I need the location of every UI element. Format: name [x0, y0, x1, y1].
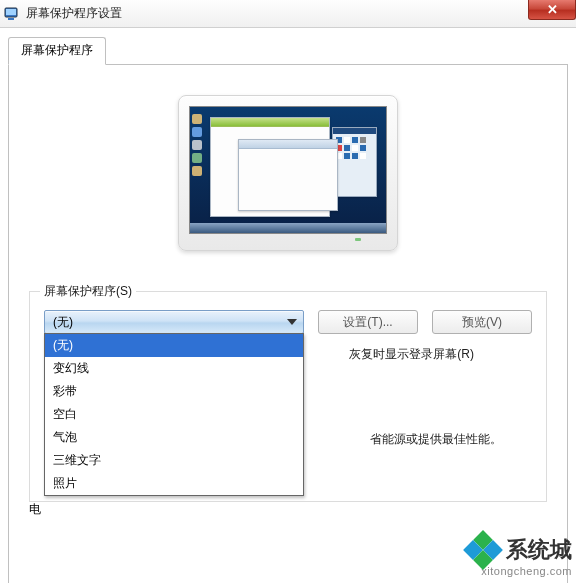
close-button[interactable]: ✕ — [528, 0, 576, 20]
monitor-frame — [178, 95, 398, 251]
preview-desktop-icons — [192, 111, 206, 179]
dropdown-option[interactable]: 三维文字 — [45, 449, 303, 472]
preview-window-2 — [238, 139, 338, 211]
app-icon — [4, 6, 20, 22]
screensaver-dropdown[interactable]: (无)变幻线彩带空白气泡三维文字照片 — [44, 333, 304, 496]
svg-rect-2 — [8, 18, 14, 20]
tabstrip: 屏幕保护程序 — [8, 36, 568, 64]
group-label: 屏幕保护程序(S) — [40, 283, 136, 300]
tab-panel: 屏幕保护程序(S) (无) (无)变幻线彩带空白气泡三维文字照片 设置(T)..… — [8, 64, 568, 583]
dropdown-option[interactable]: 气泡 — [45, 426, 303, 449]
screensaver-group: 屏幕保护程序(S) (无) (无)变幻线彩带空白气泡三维文字照片 设置(T)..… — [29, 291, 547, 502]
preview-button[interactable]: 预览(V) — [432, 310, 532, 334]
window-title: 屏幕保护程序设置 — [26, 5, 122, 22]
dropdown-option[interactable]: (无) — [45, 334, 303, 357]
combo-selected-text: (无) — [53, 314, 73, 331]
preview-taskbar — [190, 223, 386, 233]
monitor-preview-area — [29, 95, 547, 251]
monitor-led-icon — [355, 238, 361, 241]
dropdown-option[interactable]: 照片 — [45, 472, 303, 495]
screensaver-combo-wrap: (无) (无)变幻线彩带空白气泡三维文字照片 — [44, 310, 304, 334]
chevron-down-icon — [287, 319, 297, 325]
monitor-screen — [189, 106, 387, 234]
dropdown-option[interactable]: 空白 — [45, 403, 303, 426]
dropdown-option[interactable]: 变幻线 — [45, 357, 303, 380]
tab-screensaver[interactable]: 屏幕保护程序 — [8, 37, 106, 65]
controls-row: (无) (无)变幻线彩带空白气泡三维文字照片 设置(T)... 预览(V) — [44, 310, 532, 334]
client-area: 屏幕保护程序 — [0, 28, 576, 583]
preview-window-3 — [332, 127, 377, 197]
close-icon: ✕ — [547, 2, 558, 17]
titlebar: 屏幕保护程序设置 ✕ — [0, 0, 576, 28]
dropdown-option[interactable]: 彩带 — [45, 380, 303, 403]
screensaver-combo[interactable]: (无) — [44, 310, 304, 334]
monitor-base — [189, 234, 387, 244]
svg-rect-1 — [6, 9, 16, 15]
settings-button[interactable]: 设置(T)... — [318, 310, 418, 334]
power-heading-fragment: 电 — [29, 501, 41, 518]
